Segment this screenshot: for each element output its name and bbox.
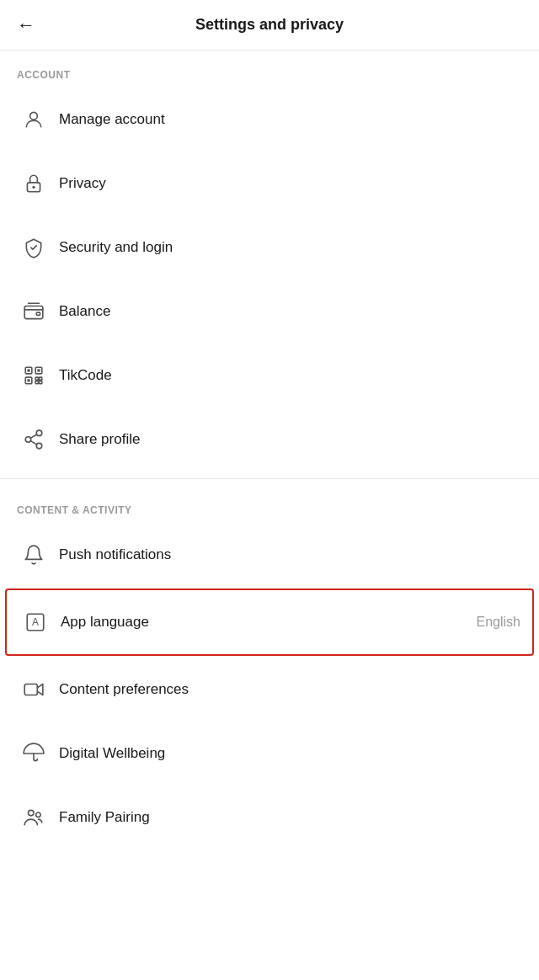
security-login-label: Security and login — [59, 239, 522, 256]
svg-rect-11 — [35, 377, 38, 380]
balance-label: Balance — [59, 303, 522, 320]
svg-line-18 — [30, 441, 36, 445]
lock-icon — [17, 167, 51, 200]
svg-rect-6 — [27, 369, 29, 371]
tikcode-label: TikCode — [59, 367, 522, 384]
svg-point-15 — [36, 430, 42, 436]
content-preferences-label: Content preferences — [59, 681, 522, 698]
menu-item-push-notifications[interactable]: Push notifications — [0, 523, 539, 587]
svg-rect-10 — [27, 379, 29, 381]
menu-item-manage-account[interactable]: Manage account — [0, 88, 539, 152]
section-label-0: ACCOUNT — [0, 51, 539, 88]
svg-point-17 — [36, 443, 42, 449]
video-icon — [17, 673, 51, 706]
push-notifications-label: Push notifications — [59, 546, 522, 563]
svg-rect-22 — [24, 684, 37, 695]
share-icon — [17, 423, 51, 456]
svg-point-0 — [30, 112, 38, 120]
svg-point-23 — [29, 810, 35, 816]
svg-rect-13 — [35, 381, 38, 384]
app-language-value: English — [477, 615, 520, 630]
umbrella-icon — [17, 737, 51, 770]
privacy-label: Privacy — [59, 175, 522, 192]
svg-point-16 — [25, 437, 31, 443]
svg-point-2 — [32, 186, 35, 189]
person-icon — [17, 103, 51, 136]
svg-line-19 — [30, 434, 36, 438]
menu-item-family-pairing[interactable]: Family Pairing — [0, 786, 539, 850]
manage-account-label: Manage account — [59, 111, 522, 128]
wallet-icon — [17, 295, 51, 328]
app-language-label: App language — [61, 614, 477, 631]
svg-rect-12 — [40, 377, 42, 380]
section-label-1: CONTENT & ACTIVITY — [0, 486, 539, 523]
family-pairing-label: Family Pairing — [59, 809, 522, 826]
menu-item-digital-wellbeing[interactable]: Digital Wellbeing — [0, 722, 539, 786]
menu-item-content-preferences[interactable]: Content preferences — [0, 658, 539, 722]
svg-rect-14 — [40, 381, 42, 384]
svg-point-24 — [36, 812, 40, 817]
menu-item-tikcode[interactable]: TikCode — [0, 344, 539, 407]
qr-icon — [17, 359, 51, 392]
share-profile-label: Share profile — [59, 431, 522, 448]
menu-item-security-login[interactable]: Security and login — [0, 216, 539, 280]
svg-text:A: A — [32, 616, 39, 628]
menu-item-balance[interactable]: Balance — [0, 280, 539, 344]
menu-item-privacy[interactable]: Privacy — [0, 152, 539, 216]
menu-item-share-profile[interactable]: Share profile — [0, 407, 539, 471]
translate-icon: A — [19, 605, 52, 639]
svg-rect-4 — [36, 312, 40, 315]
family-icon — [17, 801, 51, 834]
shield-icon — [17, 231, 51, 264]
header: ← Settings and privacy — [0, 0, 539, 51]
section-divider — [0, 478, 539, 479]
back-button[interactable]: ← — [17, 14, 35, 36]
page-title: Settings and privacy — [195, 16, 344, 34]
menu-item-app-language[interactable]: AApp languageEnglish — [5, 589, 534, 656]
digital-wellbeing-label: Digital Wellbeing — [59, 745, 522, 762]
svg-rect-8 — [37, 369, 40, 371]
bell-icon — [17, 538, 51, 572]
